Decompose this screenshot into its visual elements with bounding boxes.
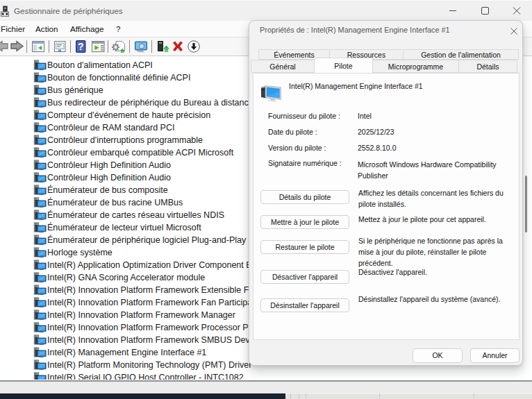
svg-text:?: ? (78, 41, 84, 52)
